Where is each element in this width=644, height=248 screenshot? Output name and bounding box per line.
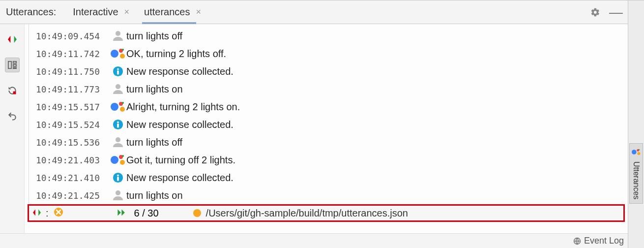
info-icon [110, 119, 126, 130]
assistant-icon [632, 148, 641, 158]
status-colon: : [46, 208, 49, 219]
tab-label: Interactive [73, 6, 118, 18]
status-counter: 6 / 30 [134, 208, 159, 219]
compare-icon[interactable] [33, 208, 41, 219]
log-message: turn lights off [126, 137, 182, 148]
svg-point-6 [111, 50, 118, 58]
svg-point-5 [116, 31, 120, 36]
user-icon [110, 30, 126, 42]
log-message: New response collected. [126, 172, 234, 184]
svg-point-22 [111, 156, 118, 164]
assistant-icon [110, 101, 126, 113]
timestamp: 10:49:11.773 [36, 84, 110, 94]
event-log-button[interactable]: Event Log [573, 236, 624, 246]
log-row[interactable]: 10:49:15.517Alright, turning 2 lights on… [36, 98, 628, 116]
svg-rect-20 [117, 124, 119, 127]
layout-icon[interactable] [5, 58, 20, 72]
svg-point-11 [117, 68, 119, 70]
svg-point-13 [116, 84, 120, 89]
side-tab-utterances[interactable]: Utterances [629, 143, 643, 204]
log-row[interactable]: 10:49:09.454turn lights off [36, 27, 628, 45]
log-message: OK, turning 2 lights off. [126, 48, 226, 60]
svg-point-14 [111, 103, 118, 111]
footer: Event Log [0, 233, 628, 248]
svg-point-17 [122, 102, 124, 104]
log-message: New response collected. [126, 66, 234, 77]
timestamp: 10:49:15.536 [36, 137, 110, 148]
svg-rect-1 [13, 62, 16, 63]
timestamp: 10:49:09.454 [36, 31, 110, 41]
compare-icon[interactable] [5, 32, 20, 47]
user-icon [110, 83, 126, 95]
tab-interactive[interactable]: Interactive × [71, 0, 133, 24]
svg-point-9 [122, 49, 124, 51]
log-row[interactable]: 10:49:11.750New response collected. [36, 62, 628, 80]
log-list: 10:49:09.454turn lights off10:49:11.742O… [29, 24, 628, 204]
log-message: turn lights on [126, 190, 183, 201]
panel-title: Utterances: [6, 6, 56, 18]
svg-rect-2 [13, 64, 16, 66]
left-toolbar [0, 24, 25, 233]
svg-rect-3 [13, 67, 16, 68]
close-icon[interactable]: × [194, 7, 203, 17]
undo-icon[interactable] [5, 109, 20, 124]
log-row[interactable]: 10:49:21.403Got it, turning off 2 lights… [36, 151, 628, 169]
log-message: Got it, turning off 2 lights. [126, 155, 235, 166]
timestamp: 10:49:11.742 [36, 49, 110, 59]
svg-point-27 [117, 175, 119, 177]
log-row[interactable]: 10:49:21.425turn lights on [36, 186, 628, 204]
status-path: /Users/git/gh-sample/build/tmp/utterance… [206, 208, 408, 219]
user-icon [110, 189, 126, 201]
side-tab-strip: Utterances [628, 0, 644, 248]
svg-point-8 [120, 54, 125, 59]
status-dot-icon [193, 209, 201, 217]
svg-point-21 [116, 137, 120, 142]
event-log-label: Event Log [584, 236, 624, 246]
timestamp: 10:49:15.524 [36, 120, 110, 130]
log-row[interactable]: 10:49:15.524New response collected. [36, 116, 628, 133]
tab-label: utterances [144, 6, 190, 18]
info-icon [110, 66, 126, 77]
svg-point-34 [637, 152, 640, 155]
minimize-icon[interactable]: — [610, 6, 622, 18]
assistant-icon [110, 154, 126, 166]
info-icon [110, 172, 126, 183]
svg-point-25 [122, 155, 124, 157]
timestamp: 10:49:21.425 [36, 190, 110, 201]
log-message: Alright, turning 2 lights on. [126, 101, 240, 113]
svg-point-29 [116, 190, 120, 195]
status-bar: : 6 / 30 /Users/git/gh-sample/build/tmp/… [28, 204, 625, 222]
log-message: turn lights on [126, 84, 183, 95]
assistant-icon [110, 48, 126, 60]
svg-rect-28 [117, 177, 119, 181]
svg-point-35 [639, 149, 640, 150]
log-message: New response collected. [126, 119, 234, 130]
user-icon [110, 136, 126, 148]
svg-rect-4 [13, 92, 16, 94]
svg-point-24 [120, 160, 125, 165]
svg-point-32 [632, 150, 637, 155]
close-icon[interactable]: × [122, 7, 132, 17]
gear-icon[interactable] [589, 6, 601, 18]
warning-icon[interactable] [54, 207, 63, 219]
log-row[interactable]: 10:49:21.410New response collected. [36, 169, 628, 186]
tab-utterances[interactable]: utterances × [142, 0, 205, 24]
side-tab-label: Utterances [632, 161, 641, 199]
timestamp: 10:49:21.403 [36, 155, 110, 165]
timestamp: 10:49:15.517 [36, 102, 110, 112]
play-icon[interactable] [117, 208, 127, 219]
timestamp: 10:49:11.750 [36, 66, 110, 77]
log-message: turn lights off [126, 31, 182, 42]
restart-icon[interactable] [5, 83, 20, 98]
log-row[interactable]: 10:49:11.742OK, turning 2 lights off. [36, 45, 628, 62]
log-row[interactable]: 10:49:15.536turn lights off [36, 133, 628, 151]
svg-point-16 [120, 107, 125, 112]
timestamp: 10:49:21.410 [36, 173, 110, 183]
log-row[interactable]: 10:49:11.773turn lights on [36, 80, 628, 98]
svg-rect-0 [8, 62, 11, 68]
svg-rect-12 [117, 70, 119, 74]
svg-point-19 [117, 122, 119, 124]
panel-header: Utterances: Interactive × utterances × — [0, 0, 628, 24]
